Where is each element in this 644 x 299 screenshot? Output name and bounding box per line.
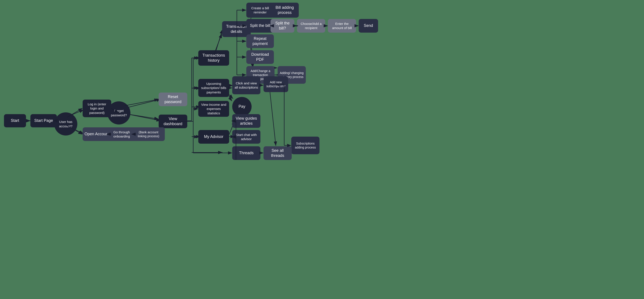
upcoming-subscriptions-node: Upcoming subscription/ bills payments bbox=[198, 79, 229, 97]
start-node: Start bbox=[4, 114, 26, 127]
svg-line-32 bbox=[269, 86, 276, 146]
view-income-expenses-node: View income and expenses statistics bbox=[198, 101, 229, 117]
view-dashboard-node: View dashboard bbox=[159, 114, 187, 128]
repeat-payment-node: Repeat payment bbox=[246, 34, 274, 48]
bill-adding-process-node: Bill adding process bbox=[270, 3, 299, 18]
see-all-threads-node: See all threads bbox=[264, 146, 292, 160]
svg-line-33 bbox=[229, 95, 233, 99]
threads-node: Threads bbox=[232, 146, 260, 160]
create-bill-reminder-node: Create a bill reminder bbox=[246, 3, 274, 18]
svg-line-80 bbox=[229, 97, 232, 101]
pay-node: Pay bbox=[232, 97, 252, 116]
add-new-subscription-node: Add new subscripti on? bbox=[264, 76, 288, 92]
bank-account-linking-node: (Bank account linking process) bbox=[132, 127, 165, 141]
connections-svg bbox=[0, 0, 644, 299]
open-account-node: Open Account bbox=[82, 127, 111, 141]
flowchart-canvas: Start Start Page User has account? Log i… bbox=[0, 0, 644, 299]
enter-amount-of-bill-node: Enter the amount of bill bbox=[328, 19, 356, 32]
download-pdf-node: Download PDF bbox=[246, 50, 274, 64]
click-view-subscriptions-node: Click and view all subscriptions bbox=[232, 76, 260, 94]
subscriptions-adding-process-node: Subscriptions adding process bbox=[291, 136, 320, 154]
choose-add-recipient-node: Choose/Add a recipient bbox=[297, 19, 325, 32]
svg-line-7 bbox=[130, 114, 161, 121]
send-node: Send bbox=[359, 19, 378, 32]
arrows-layer bbox=[0, 0, 644, 299]
reset-password-node: Reset password bbox=[159, 92, 187, 106]
split-the-bill-question-node: Split the bill? bbox=[270, 19, 294, 32]
my-advisor-node: My Advisor bbox=[198, 130, 229, 144]
log-in-node: Log in (enter login and password) bbox=[82, 100, 111, 117]
transactions-history-node: Transactions history bbox=[198, 50, 229, 66]
forget-password-node: Forget password? bbox=[107, 101, 130, 124]
svg-line-6 bbox=[126, 99, 161, 108]
user-has-account-node: User has account? bbox=[54, 112, 77, 136]
start-chat-advisor-node: Start chat with advisor bbox=[232, 130, 260, 144]
view-guides-node: View guides articles bbox=[232, 114, 260, 128]
split-the-bill-node: Split the bill bbox=[246, 19, 274, 32]
start-page-node: Start Page bbox=[30, 114, 57, 127]
svg-line-43 bbox=[124, 99, 158, 106]
svg-line-44 bbox=[130, 114, 158, 119]
go-through-onboarding-node: Go through onboarding bbox=[107, 127, 136, 141]
